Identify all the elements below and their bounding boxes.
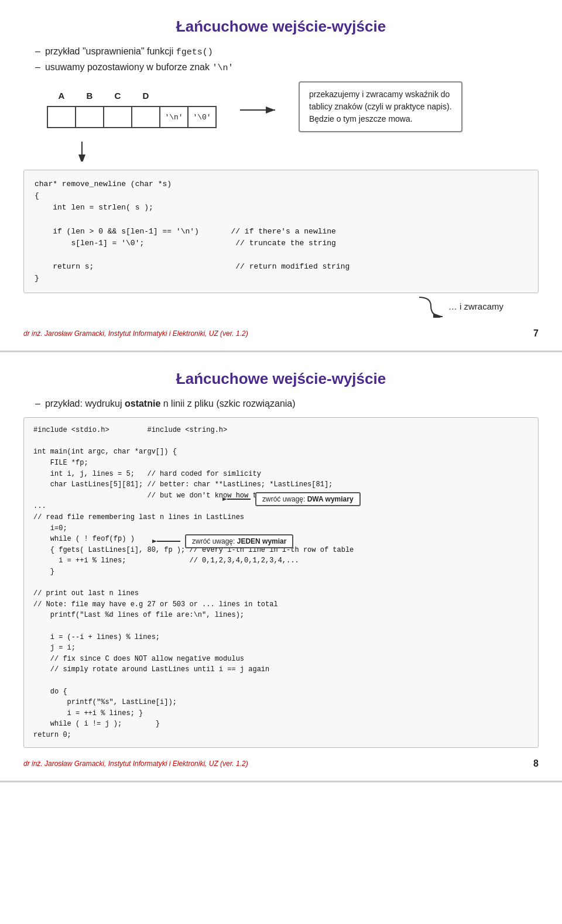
bullet-slide2-text: przykład: wydrukuj ostatnie n linii z pl… — [45, 399, 296, 409]
col-A: A — [47, 85, 76, 107]
cell-newline: '\n' — [160, 107, 188, 128]
arrow-jeden-svg — [152, 534, 181, 548]
cell-null: '\0' — [188, 107, 216, 128]
code-block-wrapper: char* remove_newline (char *s) { int len… — [23, 140, 539, 299]
callout-box-1: przekazujemy i zwracamy wskaźnik do tabl… — [299, 81, 462, 132]
slide-2: Łańcuchowe wejście-wyjście przykład: wyd… — [0, 352, 562, 782]
bullet-slide2: przykład: wydrukuj ostatnie n linii z pl… — [35, 399, 539, 409]
callout-jeden-text: JEDEN wymiar — [237, 537, 287, 545]
callout-dwa-area: zwróć uwagę: DWA wymiary — [222, 492, 361, 506]
slide-2-title: Łańcuchowe wejście-wyjście — [23, 370, 539, 388]
code-block-2: #include <stdio.h> #include <string.h> i… — [23, 417, 539, 748]
code-block-1: char* remove_newline (char *s) { int len… — [23, 170, 539, 293]
table-callout-area: A B C D '\n' '\0' — [47, 81, 539, 132]
char-table-wrapper: A B C D '\n' '\0' — [47, 85, 217, 128]
footer-1-text: dr inż. Jarosław Gramacki, Instytut Info… — [23, 329, 248, 338]
cell-B — [76, 107, 104, 128]
col-newn — [160, 85, 188, 107]
callout-jeden-area: zwróć uwagę: JEDEN wymiar — [152, 534, 293, 548]
bullet-1: przykład "usprawnienia" funkcji fgets() — [35, 46, 539, 57]
table-header-row: A B C D — [47, 85, 216, 107]
arrow-table-callout — [234, 92, 281, 128]
arrow-down-to-code — [70, 140, 539, 162]
table-data-row: '\n' '\0' — [47, 107, 216, 128]
col-C: C — [104, 85, 132, 107]
callout-text: przekazujemy i zwracamy wskaźnik do tabl… — [309, 90, 452, 123]
cell-A — [47, 107, 76, 128]
col-D: D — [132, 85, 160, 107]
bullet-2: usuwamy pozostawiony w buforze znak '\n' — [35, 62, 539, 73]
callout-dwa-text: DWA wymiary — [307, 495, 354, 503]
callout-dwa: zwróć uwagę: DWA wymiary — [255, 492, 361, 506]
callout-jeden: zwróć uwagę: JEDEN wymiar — [185, 534, 293, 548]
code-area-2: #include <stdio.h> #include <string.h> i… — [23, 417, 539, 748]
col-null — [188, 85, 216, 107]
i-zwracamy-text: … i zwracamy — [448, 301, 503, 311]
cell-D — [132, 107, 160, 128]
slide-1-footer: dr inż. Jarosław Gramacki, Instytut Info… — [23, 328, 539, 339]
slide-2-footer: dr inż. Jarosław Gramacki, Instytut Info… — [23, 758, 539, 769]
cell-C — [104, 107, 132, 128]
slide-1-title: Łańcuchowe wejście-wyjście — [23, 18, 539, 36]
arrow-dwa-svg — [222, 492, 252, 506]
arrow-down-svg — [70, 140, 94, 162]
arrow-return-svg — [413, 294, 448, 318]
bullet-1-text: przykład "usprawnienia" funkcji fgets() — [45, 46, 213, 57]
footer-2-text: dr inż. Jarosław Gramacki, Instytut Info… — [23, 760, 248, 768]
code-area: char* remove_newline (char *s) { int len… — [23, 140, 539, 299]
bullet-2-text: usuwamy pozostawiony w buforze znak '\n' — [45, 62, 233, 73]
char-table: A B C D '\n' '\0' — [47, 85, 217, 128]
col-B: B — [76, 85, 104, 107]
slide-1: Łańcuchowe wejście-wyjście przykład "usp… — [0, 0, 562, 352]
footer-1-pagenum: 7 — [533, 328, 539, 339]
footer-2-pagenum: 8 — [533, 758, 539, 769]
